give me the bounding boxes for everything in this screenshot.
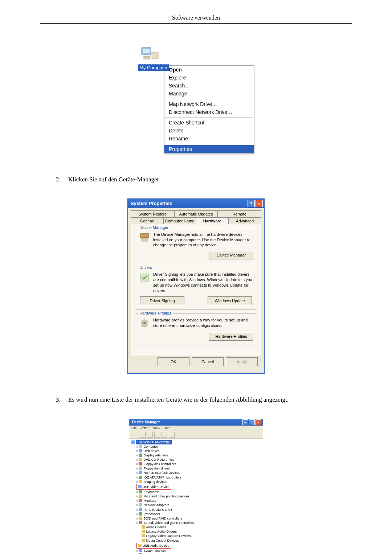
dm-title: Device Manager bbox=[132, 420, 160, 424]
tree-item[interactable]: ⊞Sound, video and game controllers bbox=[136, 521, 261, 525]
dialog-title: System Properties bbox=[131, 201, 172, 206]
my-computer-label: My Computer bbox=[138, 64, 169, 71]
tree-item[interactable]: ⊞Imaging devices bbox=[136, 480, 261, 484]
drivers-group: Drivers Driver Signing lets you make sur… bbox=[135, 268, 257, 309]
step-3: 3. Es wird nun eine Liste der installier… bbox=[56, 395, 352, 404]
dialog-tabs: System RestoreAutomatic UpdatesRemote Ge… bbox=[131, 210, 261, 224]
tree-item[interactable]: ⊞System devices bbox=[136, 549, 261, 553]
dm-menubar: FileActionViewHelp bbox=[129, 426, 263, 431]
cancel-button[interactable]: Cancel bbox=[192, 357, 224, 366]
toolbar-icon[interactable] bbox=[162, 432, 167, 438]
context-menu: OpenExploreSearch…ManageMap Network Driv… bbox=[164, 65, 254, 153]
tree-item[interactable]: Audio Codecs bbox=[142, 525, 261, 529]
usb-video-highlight: USB Video Device bbox=[136, 484, 171, 490]
tree-item[interactable]: ⊞DVD/CD-ROM drives bbox=[136, 457, 261, 462]
tree-item[interactable]: ⊞Mice and other pointing devices bbox=[136, 494, 261, 498]
minimize-button[interactable]: – bbox=[242, 419, 248, 425]
dialog-tab[interactable]: System Restore bbox=[131, 210, 175, 217]
tree-item[interactable]: Legacy Audio Drivers bbox=[142, 529, 261, 534]
tree-item[interactable]: ⊞Human Interface Devices bbox=[136, 471, 261, 475]
svg-rect-2 bbox=[151, 53, 159, 58]
dialog-tab[interactable]: Automatic Updates bbox=[174, 210, 218, 217]
context-menu-item[interactable]: Explore bbox=[164, 74, 254, 82]
dialog-tab[interactable]: Hardware bbox=[196, 217, 229, 224]
tree-item[interactable]: Legacy Video Capture Devices bbox=[142, 534, 261, 538]
figure-3: Device Manager – □ × FileActionViewHelp … bbox=[40, 419, 352, 554]
tree-item[interactable]: ⊞Keyboards bbox=[136, 490, 261, 494]
tree-item[interactable]: ⊞Display adapters bbox=[136, 453, 261, 457]
tree-item[interactable]: ⊞Network adapters bbox=[136, 503, 261, 507]
dm-toolbar: ← → bbox=[129, 431, 263, 439]
step-3-number: 3. bbox=[56, 395, 68, 404]
device-manager-icon bbox=[139, 232, 150, 243]
step-2-number: 2. bbox=[56, 175, 68, 184]
dm-titlebar: Device Manager – □ × bbox=[129, 419, 263, 426]
tree-item[interactable]: ⊞Floppy disk controllers bbox=[136, 462, 261, 466]
device-tree: JOHNSMITH-NOTEPC ⊞Computer⊞Disk drives⊞D… bbox=[129, 439, 263, 554]
hardware-tab-pane: Device Manager The Device Manager lists … bbox=[131, 224, 261, 355]
svg-rect-6 bbox=[140, 274, 149, 281]
toolbar-icon[interactable] bbox=[147, 432, 153, 438]
device-manager-group: Device Manager The Device Manager lists … bbox=[135, 228, 257, 264]
my-computer-icon bbox=[140, 45, 160, 63]
dm-close-button[interactable]: × bbox=[256, 419, 261, 425]
group-title-dm: Device Manager bbox=[138, 225, 170, 230]
windows-update-button[interactable]: Windows Update bbox=[208, 296, 252, 305]
figure-1: My Computer OpenExploreSearch…ManageMap … bbox=[40, 45, 352, 153]
context-menu-item[interactable]: Delete bbox=[164, 127, 254, 135]
group-title-hp: Hardware Profiles bbox=[138, 311, 172, 315]
hardware-profiles-group: Hardware Profiles Hardware profiles prov… bbox=[135, 313, 257, 345]
menu-item[interactable]: View bbox=[153, 426, 160, 430]
context-menu-item[interactable]: Disconnect Network Drive… bbox=[164, 108, 254, 116]
dialog-tab[interactable]: Advanced bbox=[228, 217, 261, 224]
tree-item[interactable]: ⊞SCSI and RAID controllers bbox=[136, 516, 261, 521]
menu-item[interactable]: Action bbox=[140, 426, 150, 430]
context-menu-item[interactable]: Rename bbox=[164, 135, 254, 143]
tree-root[interactable]: JOHNSMITH-NOTEPC bbox=[136, 440, 172, 444]
tree-item[interactable]: ⊞Ports (COM & LPT) bbox=[136, 508, 261, 512]
tree-item[interactable]: ⊞Computer bbox=[136, 444, 261, 449]
ok-button[interactable]: OK bbox=[158, 357, 189, 366]
system-properties-dialog: System Properties ? × System RestoreAuto… bbox=[127, 198, 265, 374]
toolbar-icon[interactable] bbox=[140, 432, 146, 438]
close-button[interactable]: × bbox=[256, 200, 263, 207]
svg-rect-1 bbox=[143, 49, 150, 53]
toolbar-icon[interactable] bbox=[154, 432, 160, 438]
menu-item[interactable]: Help bbox=[164, 426, 171, 430]
svg-rect-4 bbox=[140, 233, 149, 238]
menu-item[interactable]: File bbox=[131, 426, 137, 430]
help-button[interactable]: ? bbox=[248, 200, 255, 207]
dialog-titlebar: System Properties ? × bbox=[128, 199, 264, 208]
tree-item[interactable]: ⊞Floppy disk drives bbox=[136, 466, 261, 471]
tree-item[interactable]: ⊞Disk drives bbox=[136, 449, 261, 453]
context-menu-item[interactable]: Search… bbox=[164, 82, 254, 90]
dialog-tab[interactable]: Computer Name bbox=[163, 217, 196, 224]
usb-audio-highlight: USB Audio Device bbox=[136, 543, 171, 549]
svg-rect-3 bbox=[144, 56, 150, 59]
step-2: 2. Klicken Sie auf den Geräte-Manager. bbox=[56, 175, 352, 184]
hardware-profiles-button[interactable]: Hardware Profiles bbox=[209, 332, 253, 341]
tree-item[interactable]: Media Control Devices bbox=[142, 538, 261, 543]
tree-item[interactable]: ⊞Processors bbox=[136, 512, 261, 516]
maximize-button[interactable]: □ bbox=[249, 419, 255, 425]
dialog-tab[interactable]: General bbox=[131, 217, 164, 224]
device-manager-window: Device Manager – □ × FileActionViewHelp … bbox=[129, 419, 263, 554]
drivers-text: Driver Signing lets you make sure that i… bbox=[153, 272, 253, 293]
dialog-tab[interactable]: Remote bbox=[217, 210, 261, 217]
device-manager-button[interactable]: Device Manager bbox=[209, 251, 253, 259]
apply-button[interactable]: Apply bbox=[226, 357, 258, 366]
hardware-profiles-text: Hardware profiles provide a way for you … bbox=[153, 317, 253, 328]
context-menu-item[interactable]: Create Shortcut bbox=[164, 119, 254, 127]
context-menu-item[interactable]: Properties bbox=[164, 145, 254, 153]
device-manager-text: The Device Manager lists all the hardwar… bbox=[153, 232, 253, 248]
drivers-icon bbox=[139, 272, 150, 283]
context-menu-item[interactable]: Open bbox=[164, 66, 254, 74]
step-3-text: Es wird nun eine Liste der installierten… bbox=[68, 395, 352, 404]
tree-item[interactable]: ⊞Monitors bbox=[136, 498, 261, 503]
header-rule bbox=[40, 23, 352, 24]
toolbar-icon[interactable] bbox=[169, 432, 175, 438]
tree-item[interactable]: ⊞IDE ATA/ATAPI controllers bbox=[136, 475, 261, 480]
context-menu-item[interactable]: Manage bbox=[164, 90, 254, 98]
driver-signing-button[interactable]: Driver Signing bbox=[140, 296, 184, 305]
context-menu-item[interactable]: Map Network Drive… bbox=[164, 100, 254, 108]
